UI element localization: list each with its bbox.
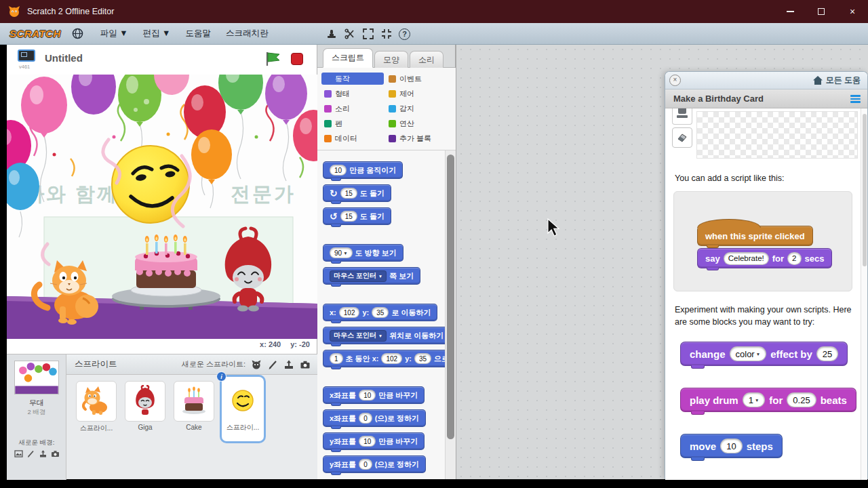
- tips-menu-icon[interactable]: [850, 95, 861, 104]
- palette-scrollbar-thumb[interactable]: [447, 155, 454, 439]
- block-input[interactable]: 0: [359, 413, 372, 424]
- tips-scrollbar[interactable]: [861, 108, 867, 480]
- tips-close-button[interactable]: ×: [669, 75, 681, 86]
- project-title[interactable]: Untitled: [45, 52, 83, 64]
- stage-selector-column[interactable]: 무대 2 배경 새로운 배경:: [7, 354, 66, 480]
- sprite-item-giga[interactable]: Giga: [122, 379, 168, 441]
- block-menu-dropdown[interactable]: 마우스 포인터▼: [330, 330, 387, 342]
- palette-row: y좌표를10만큼 바꾸기: [323, 432, 445, 450]
- change-y-block[interactable]: y좌표를10만큼 바꾸기: [323, 432, 425, 450]
- all-tips-button[interactable]: 모든 도움: [813, 75, 861, 86]
- stage-scene[interactable]: 마와 함께하는 전문가: [7, 75, 317, 339]
- block-label: x:: [330, 308, 336, 317]
- minimize-button[interactable]: [774, 0, 806, 23]
- smiley-sprite-on-stage[interactable]: [112, 146, 189, 223]
- point-direction-block[interactable]: 90▼도 방향 보기: [323, 244, 403, 262]
- set-y-block[interactable]: y좌표를0(으)로 정하기: [323, 455, 426, 473]
- block-input[interactable]: 10: [359, 390, 376, 401]
- category-item[interactable]: 연산: [386, 117, 452, 129]
- caret-down-icon: ▼: [755, 398, 759, 403]
- block-label: 초 동안 x:: [346, 354, 379, 364]
- block-input[interactable]: 102: [381, 353, 402, 364]
- menu-file[interactable]: 파일 ▼: [94, 24, 134, 43]
- backdrop-paint-icon[interactable]: [26, 449, 35, 458]
- palette-row: x:102y:35로 이동하기: [323, 304, 445, 321]
- category-item[interactable]: 소리: [321, 102, 384, 115]
- play-drum-block: play drum1▼for0.25beats: [680, 388, 856, 412]
- category-item[interactable]: 제어: [386, 87, 452, 100]
- category-item[interactable]: 감지: [386, 102, 452, 115]
- point-towards-block[interactable]: 마우스 포인터▼쪽 보기: [323, 267, 420, 285]
- transparent-checker-area[interactable]: [696, 111, 858, 159]
- set-x-block[interactable]: x좌표를0(으)로 정하기: [323, 409, 426, 427]
- block-label: secs: [805, 253, 825, 264]
- block-menu-dropdown[interactable]: 마우스 포인터▼: [330, 270, 387, 282]
- change-x-block[interactable]: x좌표를10만큼 바꾸기: [323, 386, 425, 404]
- block-input[interactable]: 1: [330, 353, 343, 364]
- window-title-bar: Scratch 2 Offline Editor ×: [0, 0, 868, 23]
- category-item[interactable]: 형태: [321, 87, 384, 100]
- tab-sounds[interactable]: 소리: [410, 51, 443, 68]
- category-label: 형태: [335, 89, 350, 99]
- paint-tool-partial[interactable]: [672, 108, 692, 125]
- duplicate-stamp-icon[interactable]: [326, 28, 338, 40]
- backdrop-camera-icon[interactable]: [51, 449, 60, 458]
- stop-button[interactable]: [291, 53, 303, 65]
- shrink-icon[interactable]: [380, 28, 393, 40]
- grow-icon[interactable]: [362, 28, 374, 40]
- palette-row: 90▼도 방향 보기: [323, 244, 445, 262]
- block-help-icon[interactable]: ?: [399, 28, 410, 40]
- scratch-logo[interactable]: SCRATCH: [9, 28, 61, 39]
- turn-cw-block[interactable]: ↻15도 돌기: [323, 184, 391, 202]
- menu-edit[interactable]: 편집 ▼: [137, 24, 177, 43]
- glide-to-xy-block[interactable]: 1초 동안 x:102y:35으로 이동하기: [323, 350, 445, 367]
- tab-scripts[interactable]: 스크립트: [323, 48, 373, 68]
- caret-down-icon: ▼: [378, 333, 382, 338]
- block-input[interactable]: 35: [372, 307, 389, 318]
- block-input[interactable]: 10: [359, 436, 376, 447]
- maximize-button[interactable]: [806, 0, 837, 23]
- block-input[interactable]: 10: [330, 165, 347, 176]
- delete-scissors-icon[interactable]: [344, 28, 356, 40]
- category-item[interactable]: 동작: [321, 73, 384, 85]
- block-bump: [331, 284, 341, 287]
- goto-xy-block[interactable]: x:102y:35로 이동하기: [323, 304, 437, 321]
- mouse-y-readout: y: -20: [290, 340, 310, 348]
- upload-sprite-icon[interactable]: [283, 359, 294, 370]
- tips-scrollbar-thumb[interactable]: [863, 114, 867, 266]
- category-item[interactable]: 추가 블록: [386, 132, 452, 144]
- stage-view-icon[interactable]: [18, 49, 35, 62]
- palette-scrollbar[interactable]: [445, 150, 456, 479]
- green-flag-button[interactable]: [265, 51, 281, 67]
- block-input[interactable]: 0: [359, 459, 372, 470]
- block-input[interactable]: 15: [340, 188, 357, 199]
- backdrop-library-icon[interactable]: [14, 449, 23, 458]
- menu-help[interactable]: 도움말: [179, 24, 217, 43]
- sprite-library-icon[interactable]: [251, 359, 262, 370]
- backdrop-upload-icon[interactable]: [39, 449, 47, 458]
- sprite-info-button[interactable]: i: [216, 371, 226, 382]
- category-item[interactable]: 펜: [321, 117, 384, 129]
- turn-ccw-block[interactable]: ↺15도 돌기: [323, 207, 391, 225]
- menu-about[interactable]: 스크래치란: [220, 24, 275, 43]
- stage-thumbnail[interactable]: [14, 361, 59, 394]
- eraser-tool-button[interactable]: [672, 127, 692, 148]
- close-button[interactable]: ×: [837, 0, 868, 23]
- category-label: 데이터: [335, 134, 357, 144]
- tab-costumes[interactable]: 모양: [374, 51, 408, 68]
- window-title: Scratch 2 Offline Editor: [27, 7, 114, 16]
- language-globe-icon[interactable]: [72, 28, 83, 39]
- block-input[interactable]: 35: [414, 353, 431, 364]
- block-input[interactable]: 15: [340, 211, 357, 222]
- move-steps-block[interactable]: 10만큼 움직이기: [323, 161, 403, 179]
- block-dropdown[interactable]: 90▼: [330, 247, 353, 258]
- sprite-item-smiley-selected[interactable]: i 스프라이...: [220, 375, 266, 443]
- sprite-item-cat[interactable]: 스프라이...: [73, 379, 119, 441]
- block-input[interactable]: 102: [339, 307, 360, 318]
- goto-mouse-block[interactable]: 마우스 포인터▼위치로 이동하기: [323, 327, 445, 344]
- camera-sprite-icon[interactable]: [300, 359, 311, 370]
- category-item[interactable]: 데이터: [321, 132, 384, 144]
- paint-new-sprite-icon[interactable]: [267, 359, 278, 370]
- category-item[interactable]: 이벤트: [386, 73, 452, 85]
- sprite-item-cake[interactable]: Cake: [171, 379, 217, 441]
